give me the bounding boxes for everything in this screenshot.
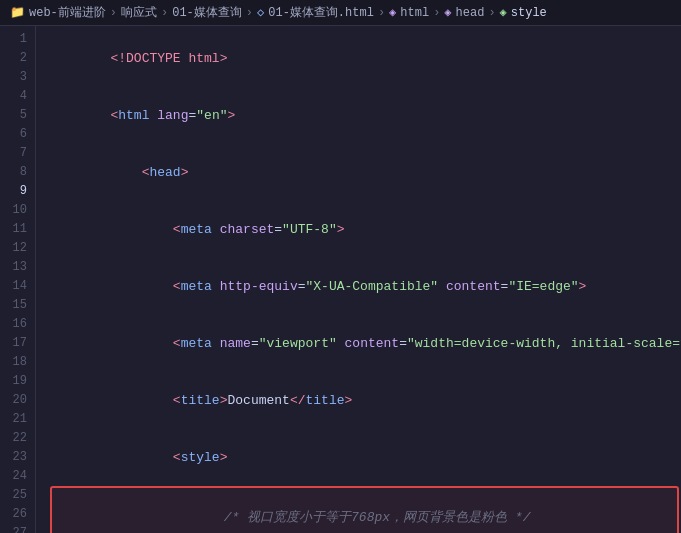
code-line-3: <head> — [48, 144, 681, 201]
code-line-5: <meta http-equiv="X-UA-Compatible" conte… — [48, 258, 681, 315]
breadcrumb-head: head — [456, 6, 485, 20]
titlebar: 📁 web-前端进阶 › 响应式 › 01-媒体查询 › ◇ 01-媒体查询.h… — [0, 0, 681, 26]
html-icon: ◈ — [389, 5, 396, 20]
code-line-8: <style> — [48, 429, 681, 486]
breadcrumb-segment: 响应式 — [121, 4, 157, 21]
code-line-1: <!DOCTYPE html> — [48, 30, 681, 87]
line-numbers: 1 2 3 4 5 6 7 8 9 10 11 12 13 14 15 16 1… — [0, 26, 36, 533]
breadcrumb-style: style — [511, 6, 547, 20]
style-icon: ◈ — [500, 5, 507, 20]
code-line-6: <meta name="viewport" content="width=dev… — [48, 315, 681, 372]
code-line-2: <html lang="en"> — [48, 87, 681, 144]
breadcrumb-segment: web-前端进阶 — [29, 4, 106, 21]
breadcrumb-segment: html — [400, 6, 429, 20]
code-line-4: <meta charset="UTF-8"> — [48, 201, 681, 258]
breadcrumb-segment: 01-媒体查询 — [172, 4, 242, 21]
code-line-7: <title>Document</title> — [48, 372, 681, 429]
head-icon: ◈ — [444, 5, 451, 20]
file-icon: ◇ — [257, 5, 264, 20]
code-area: 1 2 3 4 5 6 7 8 9 10 11 12 13 14 15 16 1… — [0, 26, 681, 533]
folder-icon: 📁 — [10, 5, 25, 20]
code-line-9: /* 视口宽度小于等于768px，网页背景色是粉色 */ — [52, 489, 677, 533]
breadcrumb-segment: 01-媒体查询.html — [268, 4, 374, 21]
editor: 1 2 3 4 5 6 7 8 9 10 11 12 13 14 15 16 1… — [0, 26, 681, 533]
code-content[interactable]: <!DOCTYPE html> <html lang="en"> <head> … — [36, 26, 681, 533]
